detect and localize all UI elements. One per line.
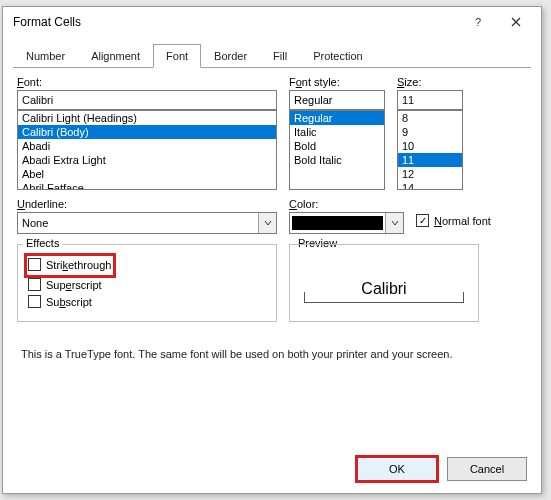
close-button[interactable] bbox=[497, 10, 535, 34]
size-label: Size: bbox=[397, 76, 463, 88]
normal-font-checkbox[interactable]: Normal font bbox=[416, 214, 527, 227]
chevron-down-icon[interactable] bbox=[385, 213, 403, 233]
font-style-listbox[interactable]: Regular Italic Bold Bold Italic bbox=[289, 110, 385, 190]
tab-font[interactable]: Font bbox=[153, 44, 201, 68]
list-item[interactable]: Bold Italic bbox=[290, 153, 384, 167]
list-item[interactable]: Regular bbox=[290, 111, 384, 125]
subscript-label: Subscript bbox=[46, 296, 92, 308]
format-cells-dialog: Format Cells ? Number Alignment Font Bor… bbox=[2, 6, 542, 494]
list-item[interactable]: 10 bbox=[398, 139, 462, 153]
tab-bar: Number Alignment Font Border Fill Protec… bbox=[3, 37, 541, 67]
help-button[interactable]: ? bbox=[459, 10, 497, 34]
superscript-label: Superscript bbox=[46, 279, 102, 291]
list-item[interactable]: 11 bbox=[398, 153, 462, 167]
font-input[interactable] bbox=[17, 90, 277, 110]
normal-font-label: Normal font bbox=[434, 215, 491, 227]
list-item[interactable]: 8 bbox=[398, 111, 462, 125]
list-item[interactable]: 14 bbox=[398, 181, 462, 190]
tab-number[interactable]: Number bbox=[13, 44, 78, 68]
font-style-label: Font style: bbox=[289, 76, 385, 88]
size-listbox[interactable]: 8 9 10 11 12 14 bbox=[397, 110, 463, 190]
font-style-input[interactable] bbox=[289, 90, 385, 110]
checkbox-icon bbox=[28, 258, 41, 271]
list-item[interactable]: 12 bbox=[398, 167, 462, 181]
dialog-footer: OK Cancel bbox=[357, 457, 527, 481]
color-combo[interactable] bbox=[289, 212, 404, 234]
cancel-button[interactable]: Cancel bbox=[447, 457, 527, 481]
svg-text:?: ? bbox=[475, 17, 481, 27]
list-item[interactable]: 9 bbox=[398, 125, 462, 139]
list-item[interactable]: Italic bbox=[290, 125, 384, 139]
tab-alignment[interactable]: Alignment bbox=[78, 44, 153, 68]
effects-group: Strikethrough Superscript Subscript bbox=[17, 244, 277, 322]
strikethrough-label: Strikethrough bbox=[46, 259, 111, 271]
subscript-checkbox[interactable]: Subscript bbox=[28, 295, 268, 308]
superscript-checkbox[interactable]: Superscript bbox=[28, 278, 268, 291]
color-label: Color: bbox=[289, 198, 404, 210]
effects-group-label: Effects bbox=[23, 237, 62, 249]
titlebar: Format Cells ? bbox=[3, 7, 541, 37]
ok-button[interactable]: OK bbox=[357, 457, 437, 481]
list-item[interactable]: Calibri (Body) bbox=[18, 125, 276, 139]
tab-fill[interactable]: Fill bbox=[260, 44, 300, 68]
list-item[interactable]: Abadi Extra Light bbox=[18, 153, 276, 167]
list-item[interactable]: Abadi bbox=[18, 139, 276, 153]
font-listbox[interactable]: Calibri Light (Headings) Calibri (Body) … bbox=[17, 110, 277, 190]
tab-protection[interactable]: Protection bbox=[300, 44, 376, 68]
checkbox-icon bbox=[28, 278, 41, 291]
font-label: Font: bbox=[17, 76, 277, 88]
underline-value: None bbox=[18, 217, 258, 229]
color-swatch bbox=[292, 216, 383, 230]
size-input[interactable] bbox=[397, 90, 463, 110]
list-item[interactable]: Bold bbox=[290, 139, 384, 153]
font-hint-text: This is a TrueType font. The same font w… bbox=[21, 348, 523, 360]
checkbox-icon bbox=[416, 214, 429, 227]
strikethrough-checkbox[interactable]: Strikethrough bbox=[28, 258, 111, 271]
preview-text: Calibri bbox=[361, 280, 406, 302]
dialog-title: Format Cells bbox=[13, 15, 459, 29]
tab-border[interactable]: Border bbox=[201, 44, 260, 68]
preview-group: Calibri bbox=[289, 244, 479, 322]
list-item[interactable]: Abel bbox=[18, 167, 276, 181]
chevron-down-icon[interactable] bbox=[258, 213, 276, 233]
list-item[interactable]: Abril Fatface bbox=[18, 181, 276, 190]
checkbox-icon bbox=[28, 295, 41, 308]
underline-combo[interactable]: None bbox=[17, 212, 277, 234]
underline-label: Underline: bbox=[17, 198, 277, 210]
list-item[interactable]: Calibri Light (Headings) bbox=[18, 111, 276, 125]
